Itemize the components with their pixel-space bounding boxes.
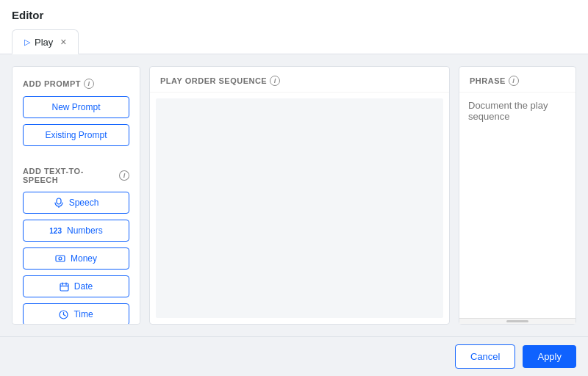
cancel-button[interactable]: Cancel bbox=[455, 344, 515, 369]
editor-header: Editor ▷ Play × bbox=[0, 0, 588, 54]
date-label: Date bbox=[74, 281, 93, 292]
time-label: Time bbox=[74, 309, 93, 319]
add-tts-info-icon[interactable]: i bbox=[119, 170, 129, 181]
new-prompt-button[interactable]: New Prompt bbox=[23, 96, 129, 118]
right-panel: PHRASE i bbox=[459, 66, 576, 325]
money-button[interactable]: Money bbox=[23, 247, 129, 270]
svg-point-3 bbox=[59, 257, 62, 260]
play-order-sequence-body bbox=[156, 98, 443, 318]
phrase-info-icon[interactable]: i bbox=[509, 76, 519, 86]
speech-icon bbox=[54, 198, 64, 208]
add-prompt-info-icon[interactable]: i bbox=[84, 79, 94, 89]
play-icon: ▷ bbox=[24, 37, 30, 47]
numbers-label: Numbers bbox=[67, 225, 103, 236]
svg-rect-4 bbox=[60, 283, 68, 291]
phrase-header: PHRASE i bbox=[459, 67, 576, 93]
left-panel: ADD PROMPT i New Prompt Existing Prompt … bbox=[12, 66, 140, 325]
numbers-icon: 123 bbox=[49, 227, 62, 235]
numbers-button[interactable]: 123 Numbers bbox=[23, 220, 129, 242]
tab-play[interactable]: ▷ Play × bbox=[12, 29, 79, 54]
money-icon bbox=[55, 253, 65, 264]
footer: Cancel Apply bbox=[0, 336, 588, 376]
time-icon bbox=[59, 310, 68, 319]
svg-line-10 bbox=[64, 314, 66, 316]
existing-prompt-button[interactable]: Existing Prompt bbox=[23, 124, 129, 146]
resize-handle[interactable] bbox=[506, 320, 528, 322]
svg-rect-0 bbox=[57, 198, 61, 204]
play-order-sequence-header: PLAY ORDER SEQUENCE i bbox=[150, 67, 449, 93]
speech-label: Speech bbox=[69, 198, 99, 208]
apply-button[interactable]: Apply bbox=[523, 345, 576, 368]
money-label: Money bbox=[71, 253, 97, 264]
resize-handle-area bbox=[459, 318, 576, 324]
phrase-body bbox=[459, 93, 576, 318]
time-button[interactable]: Time bbox=[23, 303, 129, 325]
add-prompt-section-label: ADD PROMPT i bbox=[23, 79, 129, 89]
main-content: ADD PROMPT i New Prompt Existing Prompt … bbox=[0, 54, 588, 336]
editor-container: Editor ▷ Play × ADD PROMPT i New Prompt … bbox=[0, 0, 588, 376]
middle-panel: PLAY ORDER SEQUENCE i bbox=[149, 66, 450, 325]
tab-play-label: Play bbox=[35, 37, 53, 48]
tabs-row: ▷ Play × bbox=[12, 29, 576, 54]
editor-title: Editor bbox=[12, 9, 576, 21]
speech-button[interactable]: Speech bbox=[23, 192, 129, 214]
play-order-info-icon[interactable]: i bbox=[270, 76, 280, 86]
date-button[interactable]: Date bbox=[23, 275, 129, 297]
add-tts-section-label: ADD TEXT-TO-SPEECH i bbox=[23, 167, 129, 184]
svg-rect-2 bbox=[56, 256, 65, 261]
tab-close-icon[interactable]: × bbox=[60, 36, 66, 48]
date-icon bbox=[60, 282, 69, 292]
phrase-textarea[interactable] bbox=[468, 100, 567, 311]
